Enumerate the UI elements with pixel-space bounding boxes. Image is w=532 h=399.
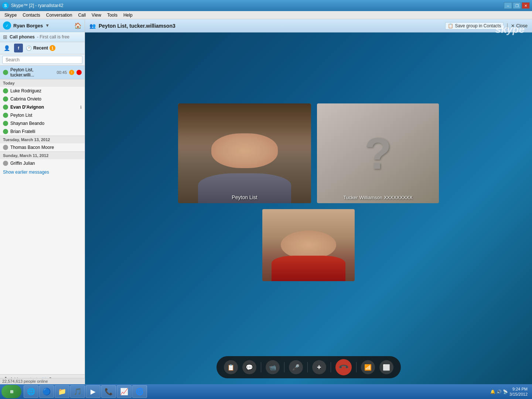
contact-list: Peyton List, tucker.willi... 00:45 ! Tod… [0,66,85,374]
video-tile-self [262,209,355,281]
notification-badge: ! [69,70,74,75]
call-phones-label: Call phones [10,34,35,40]
video-tile-peyton: Peyton List [178,103,311,203]
end-call-dot[interactable] [76,70,82,75]
video-row-bottom [262,209,355,281]
grid-icon: ⊞ [3,34,7,40]
call-header: 👥 Peyton List, tucker.williamson3 📋 Save… [85,19,532,33]
contact-name: Thomas Bacon Moore [10,145,54,150]
dropdown-arrow-icon[interactable]: ▼ [45,23,50,28]
sidebar: ✓ Ryan Borges ▼ 🏠 ⊞ Call phones - First … [0,19,85,384]
active-call-item[interactable]: Peyton List, tucker.willi... 00:45 ! [0,66,85,79]
fullscreen-button[interactable]: ⬜ [379,360,393,374]
search-box [0,54,85,66]
list-item[interactable]: Cabrina Orvieto [0,95,85,103]
chat-button[interactable]: 💬 [242,360,256,374]
controls-divider-5 [356,362,357,372]
save-group-icon: 📋 [448,23,453,28]
taskbar-media[interactable]: ▶ [86,385,100,398]
section-sunday: Sunday, March 11, 2012 [0,151,85,159]
status-dot-active [3,70,8,75]
save-group-label: Save group in Contacts [455,23,501,28]
status-dot [3,161,8,166]
minimize-button[interactable]: – [504,2,512,9]
list-item[interactable]: Shaynan Beando [0,119,85,127]
contact-name: Evan D'Avignon [10,105,44,110]
list-item[interactable]: Luke Rodriguez [0,87,85,95]
clock-time: 9:24 PM [509,386,528,392]
taskbar-ie[interactable]: 🌐 [24,385,38,398]
menu-call[interactable]: Call [75,11,89,19]
video-row-top: Peyton List ? Tucker Williamson XXXXXXXX… [178,103,439,203]
video-label-peyton: Peyton List [232,194,257,200]
systray-icons: 🔔 🔊 📡 [490,389,508,394]
info-icon: ℹ [80,105,82,110]
video-label-tucker: Tucker Williamson XXXXXXXXX [343,195,412,200]
controls-divider-3 [307,362,308,372]
window-title: Skype™ [2] - ryanallstar42 [11,3,504,8]
controls-bar: 📋 💬 📹 🎤 + 📞 📶 ⬜ [216,356,401,378]
menu-tools[interactable]: Tools [104,11,120,19]
list-item[interactable]: Thomas Bacon Moore [0,143,85,151]
menu-contacts[interactable]: Contacts [20,11,43,19]
share-screen-button[interactable]: 📋 [224,360,238,374]
save-group-button[interactable]: 📋 Save group in Contacts [445,22,504,30]
start-button[interactable]: ⊞ [1,385,21,398]
menu-conversation[interactable]: Conversation [43,11,75,19]
status-dot [3,88,8,93]
restore-button[interactable]: ❐ [513,2,521,9]
taskbar-other[interactable]: 🌀 [132,385,147,398]
self-face [281,231,336,259]
video-button[interactable]: 📹 [266,360,280,374]
start-icon: ⊞ [10,389,13,394]
tab-bar: 👤 f 🕐 Recent 1 [0,42,85,54]
close-button[interactable]: ✕ [522,2,530,9]
taskbar-skype[interactable]: 📞 [101,385,116,398]
recent-tab[interactable]: 🕐 Recent 1 [26,45,55,51]
online-count: 22,574,613 people online [2,379,48,383]
call-phones-subtitle: - First call is free [37,34,69,40]
controls-divider-1 [261,362,261,372]
taskbar-itunes[interactable]: 🎵 [70,385,85,398]
username: Ryan Borges [13,23,43,28]
main-content: ✓ Ryan Borges ▼ 🏠 ⊞ Call phones - First … [0,19,532,384]
search-input[interactable] [2,56,82,64]
taskbar-stocks[interactable]: 📈 [117,385,132,398]
signal-button[interactable]: 📶 [361,360,375,374]
taskbar-chrome[interactable]: 🔵 [39,385,54,398]
face-area [211,133,278,168]
menu-help[interactable]: Help [120,11,136,19]
add-people-button[interactable]: + [312,360,326,374]
menu-view[interactable]: View [89,11,104,19]
home-icon[interactable]: 🏠 [74,22,82,29]
menu-bar: Skype Contacts Conversation Call View To… [0,11,532,19]
list-item[interactable]: Griffin Julian [0,159,85,167]
recent-badge: 1 [50,45,55,51]
contacts-tab-icon[interactable]: 👤 [2,44,11,52]
status-icon: ✓ [6,24,8,28]
sidebar-header: ✓ Ryan Borges ▼ 🏠 [0,19,85,32]
show-earlier-link[interactable]: Show earlier messages [0,167,85,177]
systray-time: 9:24 PM 3/15/2012 [509,386,528,397]
taskbar-explorer[interactable]: 📁 [55,385,69,398]
call-timer: 00:45 [57,70,67,75]
active-call-name: Peyton List, tucker.willi... [10,67,54,78]
call-header-icon: 👥 [89,23,96,29]
call-title: Peyton List, tucker.williamson3 [99,23,445,29]
section-today: Today [0,79,85,87]
contact-name: Griffin Julian [10,161,35,166]
status-dot [3,96,8,102]
list-item[interactable]: Peyton List [0,111,85,119]
controls-divider-2 [284,362,284,372]
list-item[interactable]: Brian Fratelli [0,127,85,136]
list-item[interactable]: Evan D'Avignon ℹ [0,103,85,111]
menu-skype[interactable]: Skype [1,11,20,19]
call-phones-bar[interactable]: ⊞ Call phones - First call is free [0,32,85,42]
mute-button[interactable]: 🎤 [289,360,303,374]
facebook-tab-icon[interactable]: f [14,44,23,52]
status-dot [3,113,8,118]
status-dot [3,145,8,150]
no-video-icon: ? [364,131,391,175]
status-dot [3,129,8,134]
end-call-button[interactable]: 📞 [332,356,355,379]
